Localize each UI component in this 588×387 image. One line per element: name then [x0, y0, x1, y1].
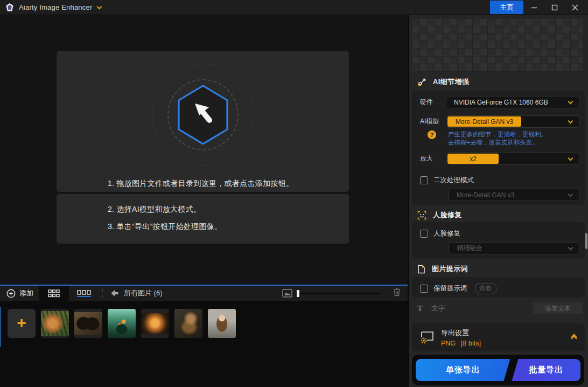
home-button[interactable]: 主页: [490, 1, 523, 14]
thumbnail-size-icon: [282, 289, 292, 298]
thumbnail-butterfly[interactable]: [74, 309, 102, 338]
thumbnail-girl-portrait[interactable]: [208, 309, 236, 338]
help-icon[interactable]: ?: [428, 130, 436, 139]
face-repair-title: 人脸修复: [433, 210, 462, 220]
add-image-tile[interactable]: +: [8, 309, 36, 338]
hardware-label: 硬件: [420, 98, 446, 107]
chevron-down-icon: [568, 245, 573, 251]
ai-detail-title: AI细节增强: [433, 77, 469, 87]
face-blend-value: 精细融合: [457, 244, 482, 253]
toolbar-divider: [102, 289, 103, 298]
model-description: 产生更多的细节，更清晰，更锐利。 去模糊+去噪，改善皮肤和头发。: [448, 130, 547, 147]
face-blend-dropdown: 精细融合: [449, 242, 579, 254]
section-header-ai-detail: AI细节增强: [417, 77, 469, 87]
filmstrip: +: [0, 301, 408, 387]
single-export-button[interactable]: 单张导出: [416, 359, 510, 381]
export-actions-bar: 单张导出 批量导出: [412, 355, 584, 385]
preview-grid: [412, 18, 583, 72]
instructions-panel: 2. 选择AI模型和放大模式。 3. 单击“导出”按钮开始处理图像。: [57, 194, 349, 244]
secondary-mode-checkbox[interactable]: [420, 176, 428, 184]
chevron-down-icon: [568, 156, 573, 161]
app-title: Aiarty Image Enhancer: [19, 3, 92, 11]
collapse-panel-button[interactable]: [572, 335, 576, 341]
add-text-button[interactable]: 添加文本: [533, 302, 583, 314]
slider-handle[interactable]: [297, 290, 299, 297]
image-prompt-title: 图片提示词: [432, 264, 468, 274]
cursor-hexagon-icon: [176, 84, 230, 148]
document-icon: [417, 265, 425, 274]
keep-prompt-checkbox[interactable]: [420, 285, 428, 293]
face-detect-icon: [417, 211, 426, 220]
export-format: PNG: [441, 340, 456, 347]
hardware-value: NVIDIA GeForce GTX 1060 6GB: [454, 99, 548, 106]
text-tool-icon: T: [417, 304, 427, 313]
section-header-image-prompt: 图片提示词: [417, 264, 468, 274]
upscale-badge: x2: [447, 154, 499, 164]
upscale-dropdown[interactable]: x2: [446, 153, 579, 165]
close-button[interactable]: [565, 0, 585, 15]
export-bit-depth: [8 bits]: [461, 340, 481, 347]
chevron-down-icon: [568, 192, 573, 197]
plus-icon: +: [17, 315, 26, 331]
maximize-button[interactable]: [545, 0, 564, 15]
instruction-step-2: 2. 选择AI模型和放大模式。: [108, 205, 201, 215]
title-chevron-down-icon[interactable]: [97, 4, 102, 9]
thumbnail-mech-dog[interactable]: [174, 309, 202, 338]
settings-panel: AI细节增强 硬件 NVIDIA GeForce GTX 1060 6GB AI…: [409, 15, 588, 387]
main-canvas: 1. 拖放图片文件或者目录到这里，或者点击添加按钮。 2. 选择AI模型和放大模…: [0, 15, 408, 285]
ai-model-badge: More-Detail GAN v3: [447, 116, 521, 127]
drop-zone-art: [57, 51, 349, 175]
thumbnail-burger[interactable]: [141, 309, 169, 338]
thumbnail-terrarium-jar[interactable]: [108, 309, 136, 338]
image-prompt-card: 保留提示词 查看: [412, 277, 585, 298]
panel-scrollbar-thumb[interactable]: [585, 233, 587, 249]
face-repair-checkbox-label: 人脸修复: [433, 229, 460, 238]
section-header-face-repair: 人脸修复: [417, 210, 462, 220]
face-repair-card: 人脸修复 精细融合: [412, 222, 585, 259]
delete-button[interactable]: [393, 288, 401, 299]
secondary-mode-label: 二次处理模式: [433, 176, 474, 185]
instruction-step-3: 3. 单击“导出”按钮开始处理图像。: [108, 222, 222, 232]
chevron-down-icon: [568, 99, 573, 105]
app-logo-icon: [5, 3, 15, 12]
face-repair-checkbox[interactable]: [420, 230, 428, 238]
keep-prompt-label: 保留提示词: [433, 284, 467, 293]
ai-detail-card: 硬件 NVIDIA GeForce GTX 1060 6GB AI模型 More…: [412, 91, 585, 205]
export-settings-title: 导出设置: [441, 328, 481, 338]
bottom-toolbar: 添加 所有图: [0, 285, 408, 301]
view-prompt-button[interactable]: 查看: [475, 283, 496, 294]
strip-accent-line: [0, 307, 1, 347]
thumbnail-size-slider[interactable]: [297, 293, 381, 294]
minimize-button[interactable]: [524, 0, 544, 15]
list-view-button[interactable]: [69, 286, 99, 301]
filter-back-group[interactable]: 所有图片 (6): [110, 288, 163, 298]
drop-zone[interactable]: 1. 拖放图片文件或者目录到这里，或者点击添加按钮。: [57, 51, 349, 192]
add-images-label: 添加: [19, 288, 33, 298]
list-view-active-indicator: [77, 296, 91, 297]
export-settings-card[interactable]: 导出设置 PNG [8 bits]: [412, 323, 585, 351]
instruction-step-1: 1. 拖放图片文件或者目录到这里，或者点击添加按钮。: [108, 179, 293, 189]
export-gear-icon: [419, 330, 436, 345]
secondary-model-value: More-Detail GAN v3: [457, 191, 514, 199]
secondary-model-dropdown: More-Detail GAN v3: [449, 189, 579, 201]
add-images-button[interactable]: 添加: [0, 286, 39, 301]
title-bar: Aiarty Image Enhancer 主页: [0, 0, 588, 15]
hardware-dropdown[interactable]: NVIDIA GeForce GTX 1060 6GB: [446, 96, 579, 108]
circle-plus-icon: [6, 289, 16, 298]
list-view-icon: [77, 290, 91, 295]
grid-view-button[interactable]: [39, 286, 69, 301]
back-arrow-icon: [110, 289, 119, 297]
ai-model-dropdown[interactable]: More-Detail GAN v3: [446, 115, 579, 128]
all-images-filter-label: 所有图片 (6): [124, 288, 163, 298]
upscale-label: 放大: [420, 154, 446, 163]
batch-export-button[interactable]: 批量导出: [512, 359, 580, 381]
grid-view-icon: [48, 289, 60, 298]
trash-icon: [393, 288, 401, 296]
app-window: Aiarty Image Enhancer 主页: [0, 0, 588, 387]
ai-model-label: AI模型: [420, 117, 446, 126]
thumbnail-tiger[interactable]: [41, 309, 69, 338]
chevron-down-icon: [568, 119, 573, 124]
text-label: 文字: [431, 304, 445, 313]
upscale-expand-icon: [417, 78, 426, 87]
text-overlay-row: T 文字 添加文本: [417, 302, 583, 315]
